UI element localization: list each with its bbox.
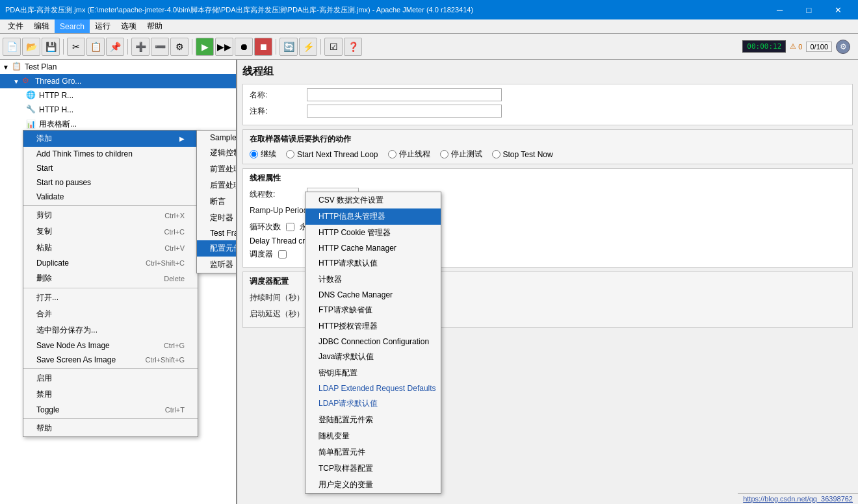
radio-next-thread[interactable]: Start Next Thread Loop bbox=[286, 150, 378, 159]
tb-gear-icon[interactable]: ⚙ bbox=[836, 40, 850, 54]
tb-checklist[interactable]: ☑ bbox=[324, 38, 343, 56]
radio-next-thread-label: Start Next Thread Loop bbox=[297, 150, 378, 159]
cm2-assertion[interactable]: 断言 ▶ bbox=[197, 194, 237, 210]
cm1-toggle[interactable]: Toggle Ctrl+T bbox=[23, 403, 198, 417]
cm3-tcp-sampler[interactable]: TCP取样器配置 bbox=[306, 460, 441, 477]
menu-options[interactable]: 选项 bbox=[116, 19, 142, 33]
status-bar[interactable]: https://blog.csdn.net/qq_36398762 bbox=[738, 493, 858, 504]
cm3-login-config[interactable]: 登陆配置元件索 bbox=[306, 412, 441, 428]
cm3-ftp-defaults[interactable]: FTP请求缺省值 bbox=[306, 302, 441, 318]
menu-edit[interactable]: 编辑 bbox=[29, 19, 55, 33]
cm1-save-node-image[interactable]: Save Node As Image Ctrl+G bbox=[23, 338, 198, 353]
menu-search[interactable]: Search bbox=[55, 19, 90, 33]
minimize-button[interactable]: ─ bbox=[765, 0, 794, 19]
tb-record[interactable]: ⏺ bbox=[235, 38, 253, 56]
cm1-start-nopause[interactable]: Start no pauses bbox=[23, 175, 198, 190]
tb-open[interactable]: 📂 bbox=[22, 38, 40, 56]
cm3-http-auth[interactable]: HTTP授权管理器 bbox=[306, 318, 441, 334]
cm1-merge[interactable]: 合并 bbox=[23, 306, 198, 322]
tb-copy[interactable]: 📋 bbox=[86, 38, 105, 56]
cm2-config[interactable]: 配置元件 ▶ bbox=[197, 240, 237, 257]
cm3-simple-config[interactable]: 简单配置元件 bbox=[306, 444, 441, 460]
cm1-duplicate-label: Duplicate bbox=[36, 258, 69, 268]
tree-arrow-testplan[interactable]: ▼ bbox=[3, 64, 10, 71]
close-button[interactable]: ✕ bbox=[824, 0, 853, 19]
cm3-counter[interactable]: 计数器 bbox=[306, 271, 441, 288]
cm1-cut[interactable]: 剪切 Ctrl+X bbox=[23, 207, 198, 223]
tb-stop[interactable]: ⏹ bbox=[254, 38, 272, 56]
radio-next-thread-input[interactable] bbox=[286, 150, 294, 158]
cm1-think-times[interactable]: Add Think Times to children bbox=[23, 147, 198, 161]
tb-start[interactable]: ▶ bbox=[196, 38, 214, 56]
cm3-user-vars[interactable]: 用户定义的变量 bbox=[306, 477, 441, 493]
testplan-icon: 📋 bbox=[12, 62, 22, 72]
tb-cut[interactable]: ✂ bbox=[67, 38, 85, 56]
cm1-enable[interactable]: 启用 bbox=[23, 370, 198, 386]
tb-collapse[interactable]: ➖ bbox=[151, 38, 169, 56]
forever-checkbox[interactable] bbox=[286, 223, 294, 231]
comment-input[interactable] bbox=[307, 105, 502, 118]
cm3-ldap-extended[interactable]: LDAP Extended Request Defaults bbox=[306, 381, 441, 396]
cm2-fragment[interactable]: Test Fragment ▶ bbox=[197, 226, 237, 240]
cm1-duplicate[interactable]: Duplicate Ctrl+Shift+C bbox=[23, 256, 198, 270]
cm3-keystore[interactable]: 密钥库配置 bbox=[306, 365, 441, 381]
radio-continue[interactable]: 继续 bbox=[250, 149, 276, 160]
cm1-toggle-label: Toggle bbox=[36, 405, 59, 414]
tree-arrow-threadgroup[interactable]: ▼ bbox=[13, 78, 21, 85]
maximize-button[interactable]: □ bbox=[794, 0, 824, 19]
name-input[interactable] bbox=[307, 88, 502, 101]
cm1-disable[interactable]: 禁用 bbox=[23, 386, 198, 403]
tb-helpbtn[interactable]: ❓ bbox=[344, 38, 362, 56]
tree-item-threadgroup[interactable]: ▼ ⚙ Thread Gro... bbox=[0, 74, 236, 88]
radio-stop-test-now[interactable]: Stop Test Now bbox=[492, 150, 553, 159]
cm1-paste[interactable]: 粘贴 Ctrl+V bbox=[23, 240, 198, 256]
action-title: 在取样器错误后要执行的动作 bbox=[250, 134, 846, 145]
cm1-add[interactable]: 添加 ▶ bbox=[23, 131, 198, 147]
cm3-java-defaults[interactable]: Java请求默认值 bbox=[306, 349, 441, 365]
tb-new[interactable]: 📄 bbox=[3, 38, 21, 56]
cm3-ldap-defaults[interactable]: LDAP请求默认值 bbox=[306, 396, 441, 412]
radio-stop-test[interactable]: 停止测试 bbox=[440, 149, 482, 160]
cm1-open[interactable]: 打开... bbox=[23, 290, 198, 306]
cm2-post[interactable]: 后置处理器 ▶ bbox=[197, 177, 237, 194]
cm2-logic[interactable]: 逻辑控制器 ▶ bbox=[197, 145, 237, 161]
menu-help[interactable]: 帮助 bbox=[142, 19, 168, 33]
cm2-listener[interactable]: 监听器 ▶ bbox=[197, 257, 237, 273]
tb-save[interactable]: 💾 bbox=[42, 38, 60, 56]
radio-continue-input[interactable] bbox=[250, 150, 258, 158]
tb-remote-start[interactable]: 🔄 bbox=[280, 38, 298, 56]
tree-item-httpreq[interactable]: 🌐 HTTP R... bbox=[0, 88, 236, 103]
tree-item-testplan[interactable]: ▼ 📋 Test Plan bbox=[0, 60, 236, 74]
tb-expand[interactable]: ➕ bbox=[131, 38, 150, 56]
cm1-delete[interactable]: 删除 Delete bbox=[23, 270, 198, 286]
cm2-pre[interactable]: 前置处理器 ▶ bbox=[197, 161, 237, 177]
tree-item-httpheader[interactable]: 🔧 HTTP H... bbox=[0, 103, 236, 117]
radio-stop-test-now-input[interactable] bbox=[492, 150, 500, 158]
cm1-save-screen-image[interactable]: Save Screen As Image Ctrl+Shift+G bbox=[23, 353, 198, 367]
radio-stop-thread-input[interactable] bbox=[388, 150, 396, 158]
cm3-random-var[interactable]: 随机变量 bbox=[306, 428, 441, 444]
cm1-saveas[interactable]: 选中部分保存为... bbox=[23, 322, 198, 338]
menu-file[interactable]: 文件 bbox=[3, 19, 29, 33]
cm2-sampler[interactable]: Sampler ▶ bbox=[197, 131, 237, 145]
cm1-validate[interactable]: Validate bbox=[23, 190, 198, 204]
cm1-start[interactable]: Start bbox=[23, 161, 198, 175]
cm3-csv[interactable]: CSV 数据文件设置 bbox=[306, 192, 441, 208]
tb-settings[interactable]: ⚙ bbox=[170, 38, 188, 56]
tb-remote-stop[interactable]: ⚡ bbox=[299, 38, 317, 56]
cm3-dns-cache[interactable]: DNS Cache Manager bbox=[306, 288, 441, 302]
cm3-http-cache[interactable]: HTTP Cache Manager bbox=[306, 241, 441, 255]
cm1-help[interactable]: 帮助 bbox=[23, 420, 198, 436]
tb-start-nopause[interactable]: ▶▶ bbox=[215, 38, 233, 56]
radio-stop-test-input[interactable] bbox=[440, 150, 448, 158]
cm1-copy[interactable]: 复制 Ctrl+C bbox=[23, 223, 198, 240]
scheduler-checkbox[interactable] bbox=[278, 250, 287, 258]
cm3-http-cookie[interactable]: HTTP Cookie 管理器 bbox=[306, 225, 441, 241]
tb-paste[interactable]: 📌 bbox=[106, 38, 124, 56]
cm3-http-defaults[interactable]: HTTP请求默认值 bbox=[306, 255, 441, 271]
cm3-jdbc[interactable]: JDBC Connection Configuration bbox=[306, 334, 441, 349]
cm2-timer[interactable]: 定时器 ▶ bbox=[197, 210, 237, 226]
cm3-http-header[interactable]: HTTP信息头管理器 bbox=[306, 208, 441, 225]
menu-run[interactable]: 运行 bbox=[90, 19, 116, 33]
radio-stop-thread[interactable]: 停止线程 bbox=[388, 149, 430, 160]
